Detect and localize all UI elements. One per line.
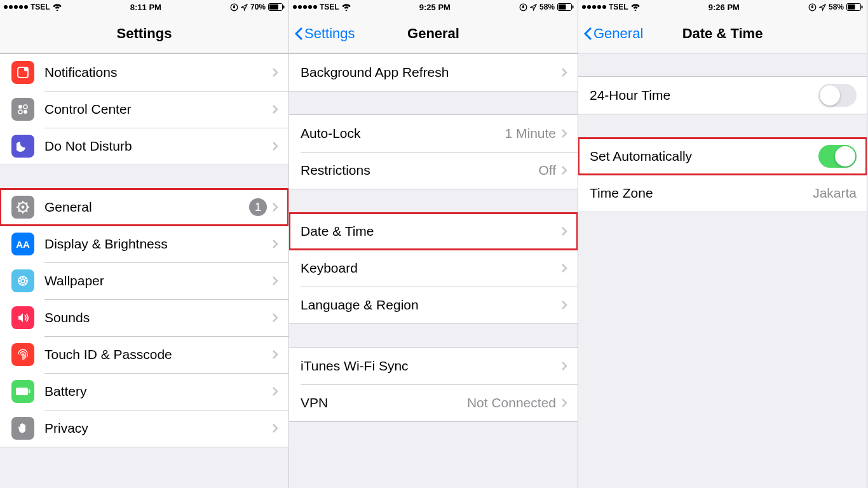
cell-vpn[interactable]: VPN Not Connected bbox=[289, 384, 578, 421]
svg-point-7 bbox=[24, 105, 27, 109]
cell-detail: Not Connected bbox=[467, 395, 556, 410]
cell-label: VPN bbox=[301, 395, 467, 410]
svg-point-23 bbox=[22, 284, 24, 286]
cell-background-app-refresh[interactable]: Background App Refresh bbox=[289, 54, 578, 91]
cell-language-region[interactable]: Language & Region bbox=[289, 287, 578, 323]
cell-sounds[interactable]: Sounds bbox=[0, 299, 288, 336]
cell-auto-lock[interactable]: Auto-Lock 1 Minute bbox=[289, 115, 578, 152]
cell-label: Date & Time bbox=[301, 224, 561, 239]
chevron-right-icon bbox=[272, 276, 278, 286]
rotation-lock-icon bbox=[230, 3, 238, 11]
back-button[interactable]: Settings bbox=[289, 25, 355, 42]
cell-date-time[interactable]: Date & Time bbox=[289, 213, 578, 250]
cell-label: Privacy bbox=[44, 421, 272, 436]
status-time: 8:11 PM bbox=[130, 3, 161, 12]
cell-label: iTunes Wi-Fi Sync bbox=[301, 358, 561, 374]
screen-settings: TSEL 8:11 PM 70% Settings bbox=[0, 0, 289, 488]
battery-percent: 58% bbox=[829, 3, 844, 11]
rotation-lock-icon bbox=[519, 3, 527, 11]
cell-label: Display & Brightness bbox=[44, 236, 272, 252]
chevron-right-icon bbox=[272, 202, 278, 212]
cell-general[interactable]: General 1 bbox=[0, 189, 288, 226]
chevron-right-icon bbox=[272, 104, 278, 114]
status-bar: TSEL 9:25 PM 58% bbox=[289, 0, 578, 14]
screen-general: TSEL 9:25 PM 58% Settings General bbox=[289, 0, 578, 488]
settings-list: Notifications Control Center Do Not Dist… bbox=[0, 53, 288, 488]
svg-point-21 bbox=[21, 279, 25, 283]
cell-label: Sounds bbox=[44, 310, 272, 325]
cell-24-hour-time[interactable]: 24-Hour Time bbox=[578, 77, 867, 114]
cell-label: Set Automatically bbox=[590, 149, 818, 164]
battery-icon bbox=[11, 380, 34, 403]
cell-label: Time Zone bbox=[590, 186, 813, 201]
cell-time-zone[interactable]: Time Zone Jakarta bbox=[578, 175, 867, 212]
cell-do-not-disturb[interactable]: Do Not Disturb bbox=[0, 128, 288, 165]
cell-display-brightness[interactable]: AA Display & Brightness bbox=[0, 226, 288, 262]
battery-icon bbox=[268, 3, 285, 11]
notifications-icon bbox=[11, 61, 34, 84]
signal-dots-icon bbox=[4, 5, 28, 9]
cell-itunes-wifi-sync[interactable]: iTunes Wi-Fi Sync bbox=[289, 348, 578, 384]
svg-line-19 bbox=[26, 203, 27, 204]
moon-icon bbox=[11, 135, 34, 158]
chevron-right-icon bbox=[561, 398, 567, 408]
cell-restrictions[interactable]: Restrictions Off bbox=[289, 152, 578, 189]
control-center-icon bbox=[11, 98, 34, 121]
switch-set-automatically[interactable] bbox=[818, 145, 857, 168]
general-list: Background App Refresh Auto-Lock 1 Minut… bbox=[289, 53, 578, 488]
cell-label: Do Not Disturb bbox=[44, 139, 272, 154]
chevron-right-icon bbox=[272, 141, 278, 151]
svg-line-16 bbox=[18, 203, 20, 204]
location-icon bbox=[530, 4, 537, 11]
chevron-right-icon bbox=[561, 67, 567, 78]
wifi-icon bbox=[53, 4, 62, 11]
switch-24-hour[interactable] bbox=[818, 84, 857, 107]
gear-icon bbox=[11, 196, 34, 219]
cell-touch-id-passcode[interactable]: Touch ID & Passcode bbox=[0, 336, 288, 373]
battery-percent: 58% bbox=[539, 3, 555, 11]
svg-point-28 bbox=[19, 283, 21, 285]
cell-label: Touch ID & Passcode bbox=[44, 347, 272, 362]
status-time: 9:26 PM bbox=[709, 3, 740, 12]
battery-icon bbox=[557, 3, 574, 11]
cell-battery[interactable]: Battery bbox=[0, 373, 288, 410]
cell-label: Restrictions bbox=[301, 163, 538, 178]
cell-notifications[interactable]: Notifications bbox=[0, 54, 288, 91]
cell-label: Battery bbox=[44, 384, 272, 399]
cell-label: Control Center bbox=[44, 102, 272, 117]
cell-label: 24-Hour Time bbox=[590, 88, 818, 103]
svg-line-18 bbox=[18, 210, 20, 212]
svg-point-24 bbox=[18, 280, 20, 282]
back-button[interactable]: General bbox=[578, 25, 643, 42]
svg-point-26 bbox=[19, 277, 21, 279]
svg-rect-34 bbox=[559, 4, 566, 10]
fingerprint-icon bbox=[11, 343, 34, 366]
display-icon: AA bbox=[11, 233, 34, 255]
cell-label: Language & Region bbox=[301, 297, 561, 313]
back-label: General bbox=[593, 25, 643, 42]
cell-label: Wallpaper bbox=[44, 273, 272, 288]
cell-detail: Jakarta bbox=[813, 186, 857, 201]
chevron-right-icon bbox=[561, 226, 567, 236]
cell-wallpaper[interactable]: Wallpaper bbox=[0, 262, 288, 299]
cell-set-automatically[interactable]: Set Automatically bbox=[578, 138, 867, 175]
svg-point-6 bbox=[18, 105, 22, 109]
chevron-right-icon bbox=[272, 386, 278, 396]
cell-control-center[interactable]: Control Center bbox=[0, 91, 288, 128]
svg-rect-31 bbox=[29, 390, 31, 393]
chevron-right-icon bbox=[561, 263, 567, 273]
wifi-icon bbox=[631, 4, 640, 11]
chevron-right-icon bbox=[561, 165, 567, 175]
svg-point-27 bbox=[25, 283, 27, 285]
chevron-right-icon bbox=[272, 67, 278, 78]
carrier-label: TSEL bbox=[31, 3, 50, 11]
wifi-icon bbox=[342, 4, 351, 11]
status-time: 9:25 PM bbox=[419, 3, 451, 12]
svg-point-11 bbox=[22, 206, 25, 209]
cell-keyboard[interactable]: Keyboard bbox=[289, 250, 578, 287]
svg-point-22 bbox=[22, 276, 24, 278]
location-icon bbox=[819, 4, 826, 11]
battery-icon bbox=[846, 3, 863, 11]
cell-label: Auto-Lock bbox=[301, 126, 505, 141]
cell-privacy[interactable]: Privacy bbox=[0, 410, 288, 447]
